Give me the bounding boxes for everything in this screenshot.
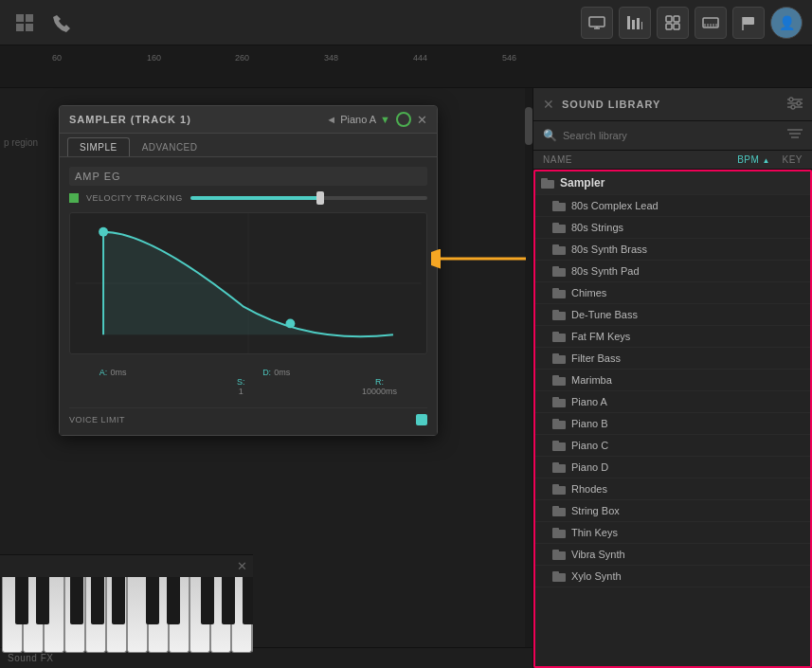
- white-key-13[interactable]: [252, 577, 253, 653]
- white-key-12[interactable]: [231, 577, 252, 653]
- list-item[interactable]: Xylo Synth: [535, 566, 810, 587]
- search-input[interactable]: [563, 130, 782, 141]
- sampler-body: AMP EG VELOCITY TRACKING: [60, 157, 437, 435]
- item-name: Xylo Synth: [571, 570, 801, 582]
- item-name: Marimba: [571, 374, 801, 386]
- white-key-8[interactable]: [148, 577, 169, 653]
- bpm-sort-arrow: ▲: [763, 156, 770, 165]
- item-name: Piano C: [571, 440, 801, 451]
- keyboard-section: ✕: [0, 554, 253, 668]
- bars-icon[interactable]: [619, 7, 651, 39]
- ruler-mark-2: 160: [147, 53, 161, 63]
- piano-keys: [0, 577, 253, 659]
- monitor-icon[interactable]: [581, 7, 613, 39]
- env-decay: D: 0ms: [262, 366, 290, 396]
- white-key-10[interactable]: [189, 577, 210, 653]
- preset-name: Piano A: [340, 114, 376, 125]
- folder-icon: [552, 506, 566, 516]
- folder-icon: [552, 484, 566, 495]
- white-key-4[interactable]: [64, 577, 85, 653]
- white-key-5[interactable]: [85, 577, 106, 653]
- tab-advanced[interactable]: ADVANCED: [130, 137, 210, 156]
- svg-rect-1: [26, 14, 33, 22]
- white-key-3[interactable]: [44, 577, 64, 653]
- list-item[interactable]: 80s Strings: [535, 217, 810, 239]
- svg-rect-43: [552, 223, 559, 226]
- svg-rect-57: [552, 375, 559, 379]
- list-item[interactable]: Marimba: [535, 370, 810, 391]
- list-item[interactable]: Chimes: [535, 282, 810, 304]
- voice-limit-row: VOICE LIMIT: [69, 407, 427, 425]
- daw-scrollbar[interactable]: [525, 88, 532, 668]
- search-bar: 🔍: [533, 121, 812, 151]
- list-item[interactable]: Piano C: [535, 435, 810, 457]
- library-list: Sampler80s Complex Lead80s Strings80s Sy…: [533, 170, 812, 668]
- grid-icon[interactable]: [9, 8, 40, 38]
- main-area: p region SAMPLER (TRACK 1) ◄ Piano A ▼ ✕…: [0, 88, 812, 668]
- white-key-11[interactable]: [210, 577, 231, 653]
- list-item[interactable]: 80s Complex Lead: [535, 195, 810, 217]
- velocity-row: VELOCITY TRACKING: [69, 193, 427, 203]
- list-item[interactable]: Vibra Synth: [535, 544, 810, 566]
- env-release: R: 10000ms: [362, 377, 397, 396]
- avatar-icon[interactable]: 👤: [770, 7, 803, 39]
- folder-icon: [552, 375, 566, 386]
- svg-rect-51: [552, 310, 559, 314]
- col-bpm-header[interactable]: BPM ▲: [732, 154, 770, 165]
- ruler-mark-5: 444: [413, 53, 427, 63]
- list-item[interactable]: 80s Synth Brass: [535, 239, 810, 261]
- col-name-header: Name: [543, 154, 729, 165]
- keyboard-close-button[interactable]: ✕: [237, 559, 247, 573]
- folder-icon: [552, 397, 566, 407]
- library-close-button[interactable]: ✕: [543, 97, 554, 112]
- list-item[interactable]: Rhodes: [535, 478, 810, 500]
- white-key-2[interactable]: [23, 577, 44, 653]
- svg-rect-3: [26, 24, 33, 31]
- search-filter-icon[interactable]: [787, 127, 803, 144]
- svg-rect-14: [674, 24, 679, 29]
- white-key-6[interactable]: [106, 577, 127, 653]
- preset-dropdown[interactable]: ▼: [380, 114, 390, 125]
- list-item[interactable]: Filter Bass: [535, 348, 810, 370]
- library-settings-icon[interactable]: [787, 96, 803, 113]
- velocity-checkbox[interactable]: [69, 193, 79, 203]
- item-name: Piano B: [571, 418, 801, 429]
- white-key-1[interactable]: [2, 577, 23, 653]
- daw-scrollbar-thumb[interactable]: [525, 107, 532, 145]
- list-item[interactable]: 80s Synth Pad: [535, 261, 810, 282]
- folder-icon: [552, 201, 566, 211]
- white-key-7[interactable]: [127, 577, 148, 653]
- sampler-close-button[interactable]: ✕: [417, 113, 427, 127]
- keyboard-icon[interactable]: [695, 7, 727, 39]
- folder-icon: [552, 353, 566, 364]
- list-item[interactable]: Thin Keys: [535, 522, 810, 544]
- list-item[interactable]: Piano B: [535, 413, 810, 435]
- item-name: String Box: [571, 505, 801, 516]
- svg-rect-71: [552, 528, 559, 532]
- folder-icon: [552, 441, 566, 451]
- grid2-icon[interactable]: [657, 7, 689, 39]
- folder-icon: [552, 419, 566, 429]
- velocity-thumb[interactable]: [316, 191, 324, 205]
- list-item[interactable]: Piano D: [535, 457, 810, 478]
- list-item[interactable]: Sampler: [535, 172, 810, 195]
- power-button[interactable]: [396, 112, 411, 127]
- voice-limit-indicator[interactable]: [416, 414, 427, 425]
- library-header: ✕ SOUND LIBRARY: [533, 88, 812, 121]
- preset-arrow-left[interactable]: ◄: [326, 114, 336, 125]
- svg-rect-75: [552, 571, 559, 575]
- envelope-graph[interactable]: [69, 212, 427, 354]
- item-name: Fat FM Keys: [571, 331, 801, 342]
- tab-simple[interactable]: SIMPLE: [67, 137, 130, 156]
- folder-icon: [552, 571, 566, 582]
- top-toolbar: 👤: [0, 0, 812, 45]
- list-item[interactable]: De-Tune Bass: [535, 304, 810, 326]
- folder-icon: [552, 288, 566, 298]
- white-key-9[interactable]: [169, 577, 189, 653]
- flag-icon[interactable]: [732, 7, 765, 39]
- velocity-slider[interactable]: [190, 196, 427, 200]
- list-item[interactable]: Fat FM Keys: [535, 326, 810, 348]
- list-item[interactable]: String Box: [535, 500, 810, 522]
- phone-icon[interactable]: [47, 8, 78, 38]
- list-item[interactable]: Piano A: [535, 391, 810, 413]
